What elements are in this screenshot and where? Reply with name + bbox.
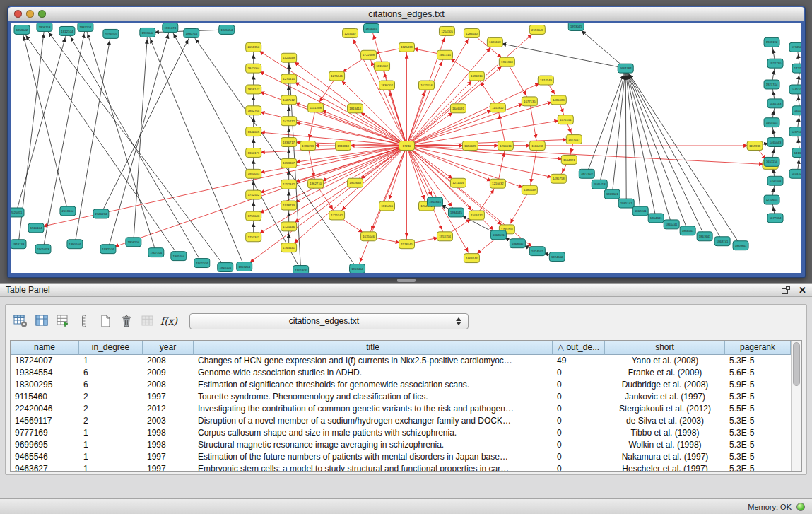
network-node[interactable]: 1210432	[490, 179, 505, 188]
network-node[interactable]: 1485549	[522, 185, 537, 194]
network-node[interactable]: 1903404	[350, 264, 365, 273]
table-row[interactable]: 946554611997Estimation of the future num…	[11, 451, 791, 463]
column-header-year[interactable]: year	[143, 341, 194, 355]
network-node[interactable]: 1646091	[450, 104, 466, 113]
network-node[interactable]: 1786753	[300, 141, 316, 151]
network-node[interactable]: 1914845	[427, 197, 442, 206]
column-header-name[interactable]: name	[11, 341, 79, 355]
network-node[interactable]: 1495758	[551, 174, 566, 183]
network-node[interactable]: 1725446	[281, 222, 297, 231]
column-header-title[interactable]: title	[194, 341, 553, 355]
network-node[interactable]: 1978733	[281, 201, 297, 210]
network-node[interactable]: 1952648	[348, 178, 363, 187]
network-node[interactable]: 1445103	[789, 85, 801, 94]
network-node[interactable]: 1974549	[538, 76, 553, 85]
network-node[interactable]: 1918104	[218, 263, 233, 272]
network-node[interactable]: 1927744	[764, 80, 779, 89]
network-node[interactable]: 1437103	[789, 127, 801, 136]
network-node[interactable]: 17240	[399, 141, 415, 151]
network-node[interactable]: 1990104	[67, 240, 83, 249]
network-node[interactable]: 1905053	[35, 245, 51, 254]
network-node[interactable]: 2026050	[103, 29, 119, 38]
network-node[interactable]: 2051350	[246, 42, 261, 52]
network-node[interactable]: 1275415	[281, 74, 297, 83]
network-node[interactable]: 1661315	[437, 50, 452, 59]
network-node[interactable]: 1664784	[618, 64, 633, 73]
network-node[interactable]: 1882764	[246, 106, 261, 115]
network-node[interactable]: 1907204	[237, 262, 252, 271]
network-node[interactable]: 1453103	[789, 169, 801, 178]
function-builder-icon[interactable]: f(x)	[158, 311, 180, 331]
network-node[interactable]: 1812104	[59, 26, 75, 35]
network-node[interactable]: 1863341	[604, 189, 620, 199]
network-node[interactable]: 1722608	[361, 50, 377, 59]
float-panel-icon[interactable]	[782, 286, 790, 294]
network-node[interactable]: 1905304	[293, 266, 309, 273]
network-node[interactable]: 1651154	[764, 157, 779, 166]
window-titlebar[interactable]: citations_edges.txt	[8, 7, 804, 21]
network-node[interactable]: 1877919	[579, 169, 594, 178]
network-node[interactable]: 1725342	[329, 211, 345, 220]
network-node[interactable]: 1862241	[632, 206, 648, 216]
panel-divider-grip[interactable]	[397, 279, 416, 282]
network-node[interactable]: 1653307	[281, 158, 297, 168]
table-row[interactable]: 1456911722003Disruption of a novel membe…	[11, 415, 791, 427]
network-node[interactable]: 1909192	[764, 37, 779, 47]
row-tools-icon[interactable]	[73, 311, 95, 331]
table-options-icon[interactable]	[10, 311, 31, 331]
network-node[interactable]: 1210655	[764, 195, 779, 204]
table-scrollbar[interactable]	[791, 341, 801, 471]
network-node[interactable]: 1774501	[789, 42, 801, 52]
network-canvas[interactable]: 1724016506251646091163201618302021818414…	[11, 23, 801, 273]
network-node[interactable]: 1160472	[529, 141, 545, 151]
network-node[interactable]: 1865441	[664, 220, 679, 229]
table-row[interactable]: 2242004622012Investigating the contribut…	[11, 403, 791, 415]
network-node[interactable]: 1932104	[100, 245, 116, 254]
network-node[interactable]: 1962710	[308, 179, 324, 188]
column-header-short[interactable]: short	[605, 341, 725, 355]
network-node[interactable]: 1853042	[14, 25, 30, 34]
network-node[interactable]: 1650625	[462, 141, 478, 151]
network-node[interactable]: 1702554	[767, 176, 783, 185]
network-node[interactable]: 1727344	[792, 64, 801, 73]
network-node[interactable]: 1865141	[618, 199, 634, 208]
network-node[interactable]: 1815302	[375, 62, 390, 71]
network-node[interactable]: 1677334	[767, 214, 783, 223]
network-node[interactable]: 1931074	[163, 23, 178, 32]
network-node[interactable]: 1425112	[281, 117, 297, 126]
network-node[interactable]: 1632016	[418, 81, 434, 90]
network-node[interactable]: 1427512	[281, 95, 297, 105]
network-node[interactable]: 1834045	[364, 23, 379, 33]
network-node[interactable]: 2026051	[11, 208, 24, 217]
network-node[interactable]: 1920104	[28, 223, 44, 233]
network-node[interactable]: 1360171	[246, 148, 261, 158]
new-file-icon[interactable]	[95, 311, 116, 331]
network-node[interactable]: 1155938	[747, 141, 763, 151]
network-node[interactable]: 1506472	[469, 211, 484, 220]
column-header-in-degree[interactable]: in_degree	[79, 341, 143, 355]
close-window-icon[interactable]	[14, 10, 22, 18]
network-node[interactable]: 1342005	[246, 127, 261, 136]
table-row[interactable]: 977716911998Corpus callosum shape and si…	[11, 427, 791, 439]
table-edit-icon[interactable]	[52, 311, 73, 331]
network-node[interactable]: 1868842	[510, 239, 525, 248]
network-node[interactable]: 1753046	[246, 211, 261, 221]
table-row[interactable]: 1830029562008Estimation of significance …	[11, 379, 791, 391]
network-node[interactable]: 1953045	[568, 23, 584, 30]
network-node[interactable]: 1933044	[140, 28, 155, 37]
network-node[interactable]: 1905104	[171, 252, 187, 261]
network-node[interactable]: 1696109	[487, 37, 502, 47]
network-node[interactable]: 1153812	[490, 103, 505, 112]
maximize-window-icon[interactable]	[38, 10, 46, 18]
network-node[interactable]: 1284540	[464, 28, 479, 37]
network-node[interactable]: 1411103	[792, 106, 801, 115]
network-node[interactable]: 1918133	[11, 240, 26, 249]
network-node[interactable]: 1864341	[648, 214, 664, 223]
network-node[interactable]: 1575151	[558, 115, 573, 124]
minimize-window-icon[interactable]	[26, 10, 34, 18]
network-node[interactable]: 1930754	[184, 28, 199, 37]
network-node[interactable]: 1902104	[194, 259, 210, 268]
table-row[interactable]: 911546021997Tourette syndrome. Phenomeno…	[11, 391, 791, 403]
network-node[interactable]: 1866541	[680, 226, 695, 235]
network-node[interactable]: 1518545	[399, 240, 415, 249]
